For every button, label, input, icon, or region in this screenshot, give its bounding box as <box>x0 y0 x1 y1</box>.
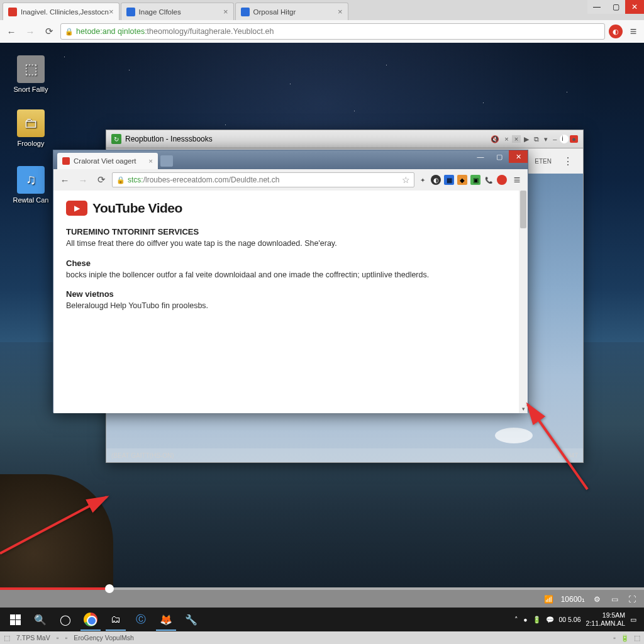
menu-icon[interactable]: ≡ <box>626 25 640 38</box>
section-body: bocks iniple the bollencer outfor a fal … <box>66 270 515 281</box>
scrollbar[interactable]: ▾ <box>519 191 528 413</box>
status-label-2: EroGençy VopulMsh <box>74 634 134 641</box>
close-button[interactable]: ✕ <box>509 150 528 163</box>
address-bar[interactable]: 🔒 hetode: and qinlotes :theomology/fuita… <box>60 23 605 40</box>
extension-icon[interactable]: ◐ <box>609 25 623 38</box>
url-path: :theomology/fuitagherale.Yeubloct.eh <box>145 27 274 36</box>
section-body: Beleralougd Help YouTubo fin proolesbs. <box>66 301 515 312</box>
forward-button[interactable]: → <box>23 24 38 39</box>
tray-icon[interactable]: 💬 <box>546 616 554 624</box>
maximize-button[interactable]: ▢ <box>606 0 625 14</box>
status-icon[interactable]: ⬚ <box>634 634 640 642</box>
ext-icon[interactable]: ◐ <box>431 175 441 185</box>
minimize-icon[interactable]: – <box>551 135 558 143</box>
ext-icon[interactable]: ✦ <box>418 175 428 185</box>
popup-titlebar[interactable]: Cralorat Viet oagert × — ▢ ✕ <box>53 150 528 169</box>
media-titlebar[interactable]: ↻ Reopbutlon - Inesssbooks 🔇 × × ▶ ⧉ ▾ –… <box>106 130 584 148</box>
ext-icon[interactable]: 📞 <box>484 175 494 185</box>
scroll-down-icon[interactable]: ▾ <box>519 404 528 413</box>
scrollbar-thumb[interactable] <box>520 191 526 228</box>
search-button[interactable]: 🔍 <box>28 608 53 631</box>
menu-icon[interactable]: ≡ <box>510 173 524 187</box>
play-icon[interactable]: ▶ <box>522 135 531 143</box>
desktop-icon-rewtal[interactable]: ♫ Rewtal Can <box>9 166 53 204</box>
chrome-taskbar-icon[interactable] <box>78 608 103 631</box>
notification-icon[interactable]: ▭ <box>630 616 636 623</box>
app-taskbar-icon[interactable]: Ⓒ <box>128 608 153 631</box>
window-title: Reopbutlon - Inesssbooks <box>125 135 213 143</box>
theater-icon[interactable]: ▭ <box>609 594 620 605</box>
progress-track[interactable] <box>0 587 644 590</box>
mute-icon[interactable]: 🔇 <box>489 135 501 143</box>
reload-button[interactable]: ⟳ <box>42 24 57 39</box>
main-browser-chrome: — ▢ ✕ Inagivel. Cllinicles,Jesstocn × In… <box>0 0 644 43</box>
tab-close-icon[interactable]: × <box>223 7 228 16</box>
tray-icon[interactable]: 🔋 <box>533 616 541 624</box>
ext-icon[interactable]: ▦ <box>444 175 454 185</box>
quality-label[interactable]: 10600₁ <box>561 595 585 604</box>
tray-icon[interactable]: ● <box>523 616 527 623</box>
back-button[interactable]: ← <box>57 172 72 187</box>
new-tab-button[interactable] <box>160 155 173 167</box>
ext-icon[interactable]: ◆ <box>457 175 467 185</box>
bookmark-star-icon[interactable]: ☆ <box>402 175 410 185</box>
info-icon[interactable]: i <box>560 135 569 143</box>
time-line-2: 2:11.AMN.AL <box>586 619 625 628</box>
close-icon[interactable]: × <box>512 135 521 143</box>
desktop-icon-snort[interactable]: ⬚ Snort Fallly <box>9 55 53 93</box>
time-line-1: 19:5AM <box>586 611 625 619</box>
url-host: and qinlotes <box>103 27 145 36</box>
tab-close-icon[interactable]: × <box>148 157 153 165</box>
tab-2[interactable]: Inage Clfoles × <box>121 3 234 20</box>
popup-window-controls: — ▢ ✕ <box>471 150 528 169</box>
status-right: ▫ 🔋 ⬚ <box>613 634 640 642</box>
url-protocol: hetode: <box>76 27 103 36</box>
fullscreen-icon[interactable]: ⛶ <box>626 594 638 605</box>
tab-close-icon[interactable]: × <box>338 7 343 16</box>
clock[interactable]: 19:5AM 2:11.AMN.AL <box>586 611 625 627</box>
icon-label: Snort Fallly <box>9 86 53 93</box>
progress-thumb[interactable] <box>105 584 114 593</box>
cortana-button[interactable]: ◯ <box>53 608 78 631</box>
video-right-controls: 📶 10600₁ ⚙ ▭ ⛶ <box>543 594 644 605</box>
reload-button[interactable]: ⟳ <box>94 172 109 187</box>
status-icon[interactable]: 🔋 <box>621 634 629 642</box>
taskbar: 🔍 ◯ 🗂 Ⓒ 🦊 🔧 ˄ ● 🔋 💬 00 5.06 19:5AM 2:11.… <box>0 608 644 631</box>
close-button[interactable]: ✕ <box>625 0 644 14</box>
popup-tab[interactable]: Cralorat Viet oagert × <box>57 153 158 169</box>
status-icon: ▫ <box>57 634 59 641</box>
music-icon: ♫ <box>17 166 45 194</box>
ext-icon[interactable] <box>497 175 507 185</box>
close-tab-icon[interactable]: × <box>502 135 510 143</box>
tray-chevron-icon[interactable]: ˄ <box>514 616 518 623</box>
status-bar: ⬚ 7.TPS MaV ▫ ▫ EroGençy VopulMsh ▫ 🔋 ⬚ <box>0 631 644 644</box>
tab-label: Inage Clfoles <box>139 8 181 16</box>
progress-fill <box>0 587 109 590</box>
start-button[interactable] <box>3 608 28 631</box>
back-button[interactable]: ← <box>4 24 19 39</box>
more-icon[interactable]: ⋮ <box>559 152 577 170</box>
signal-icon: 📶 <box>543 594 555 605</box>
desktop-icon-froology[interactable]: 🗀 Froology <box>9 109 53 147</box>
settings-icon[interactable]: ⚙ <box>591 594 602 605</box>
explorer-taskbar-icon[interactable]: 🗂 <box>103 608 128 631</box>
url-protocol: stcs: <box>128 175 143 184</box>
status-icon: ▫ <box>65 634 67 641</box>
ext-icon[interactable]: ▣ <box>470 175 480 185</box>
cast-icon[interactable]: ⧉ <box>532 135 541 143</box>
minimize-button[interactable]: — <box>471 150 490 163</box>
youtube-title: YouTube Video <box>92 201 182 216</box>
minimize-button[interactable]: — <box>587 0 606 14</box>
app-taskbar-icon[interactable]: 🔧 <box>179 608 204 631</box>
forward-button[interactable]: → <box>75 172 91 187</box>
url-path: /lroubes-ereceatdom.com/Deuldte.net.ch <box>143 175 280 184</box>
volume-icon[interactable]: ▾ <box>542 135 550 143</box>
tab-1[interactable]: Inagivel. Cllinicles,Jesstocn × <box>3 3 119 20</box>
media-title-controls: 🔇 × × ▶ ⧉ ▾ – i ● <box>489 135 578 143</box>
maximize-button[interactable]: ▢ <box>490 150 509 163</box>
app-taskbar-icon[interactable]: 🦊 <box>153 608 179 631</box>
tab-close-icon[interactable]: × <box>109 7 114 16</box>
popup-address-bar[interactable]: 🔒 stcs: /lroubes-ereceatdom.com/Deuldte.… <box>112 172 414 187</box>
tab-3[interactable]: Orposal Hitgr × <box>235 3 348 20</box>
status-icon[interactable]: ▫ <box>613 634 616 642</box>
